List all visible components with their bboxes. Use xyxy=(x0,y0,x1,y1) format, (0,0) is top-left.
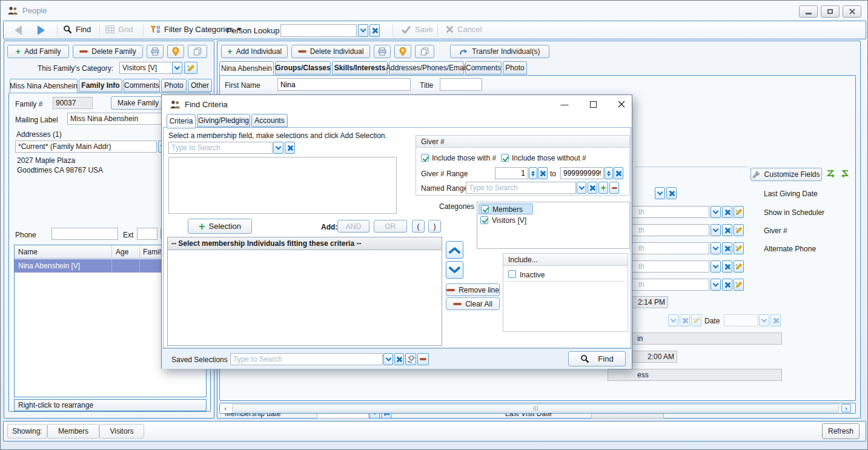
giver-to-spinner[interactable] xyxy=(605,167,613,179)
showing-members-button[interactable]: Members xyxy=(47,424,99,438)
add-selection-button[interactable]: +Selection xyxy=(188,219,252,234)
membership-field-clear-button[interactable] xyxy=(285,142,295,154)
remove-line-button[interactable]: Remove line xyxy=(446,283,500,296)
or-button[interactable]: OR xyxy=(374,220,407,233)
tab-family-photo[interactable]: Photo xyxy=(161,79,187,92)
custom-field-0-dropdown-button[interactable] xyxy=(711,206,721,218)
custom-field-1-dropdown-button[interactable] xyxy=(711,224,721,236)
date-dropdown-button[interactable] xyxy=(759,314,769,326)
inactive-checkbox[interactable] xyxy=(508,270,516,278)
address-selector[interactable]: *Current* (Family Main Addr) xyxy=(15,141,157,153)
back-button[interactable] xyxy=(15,25,22,35)
add-family-button[interactable]: +Add Family xyxy=(7,45,69,58)
delete-individual-button[interactable]: Delete Individual xyxy=(291,45,370,58)
giver-from-clear-button[interactable] xyxy=(538,167,548,179)
tab-family-name[interactable]: Miss Nina Abenshein xyxy=(10,79,78,93)
window-titlebar[interactable]: People xyxy=(1,1,868,21)
giver-to-clear-button[interactable] xyxy=(614,167,623,179)
dialog-tab-accounts[interactable]: Accounts xyxy=(251,114,288,127)
custom-field-2-edit-button[interactable]: + xyxy=(734,242,744,254)
maximize-button[interactable] xyxy=(821,5,840,18)
map-family-button[interactable] xyxy=(167,45,184,58)
dialog-tab-giving-pledging[interactable]: Giving/Pledging xyxy=(197,114,250,127)
include-with-number-checkbox[interactable] xyxy=(421,154,429,162)
custom-field-1-clear-button[interactable] xyxy=(722,224,732,236)
scroll-left-button[interactable]: ‹ xyxy=(220,404,230,412)
date-clear-button[interactable] xyxy=(770,314,781,326)
move-down-button[interactable] xyxy=(446,261,463,279)
person-lookup-clear-button[interactable] xyxy=(369,24,380,37)
saved-selections-input[interactable] xyxy=(230,353,383,365)
membership-field-search-input[interactable] xyxy=(168,142,273,154)
giver-from-spinner[interactable] xyxy=(529,167,537,179)
open-paren-button[interactable]: ( xyxy=(412,220,425,233)
print-family-button[interactable] xyxy=(147,45,164,58)
custom-field-4-edit-button[interactable]: + xyxy=(734,279,744,291)
custom-field-1-edit-button[interactable]: + xyxy=(734,224,744,236)
transfer-individuals-button[interactable]: Transfer Individual(s) xyxy=(450,45,549,58)
dialog-titlebar[interactable]: Find Criteria — xyxy=(162,95,632,113)
dialog-maximize-button[interactable] xyxy=(584,98,602,111)
tab-individual-name[interactable]: Nina Abenshein xyxy=(219,61,274,76)
phone-input[interactable] xyxy=(51,228,118,240)
dialog-close-button[interactable] xyxy=(612,98,631,111)
membership-field-dropdown-button[interactable] xyxy=(273,142,283,154)
last-giving-dropdown-button[interactable] xyxy=(655,187,665,199)
grid-col-age[interactable]: Age xyxy=(116,247,128,257)
named-range-add-button[interactable]: + xyxy=(598,182,608,194)
field-values-listbox[interactable] xyxy=(168,157,397,214)
family-category-edit-button[interactable]: + xyxy=(184,62,197,74)
category-item-visitors[interactable]: Visitors [V] xyxy=(479,215,551,226)
include-without-number-checkbox[interactable] xyxy=(501,154,509,162)
tab-addresses-phones-email[interactable]: Addresses/Phones/Email xyxy=(389,61,464,74)
named-range-clear-button[interactable] xyxy=(588,182,597,194)
saved-selections-dropdown-button[interactable] xyxy=(383,353,393,365)
categories-listbox[interactable]: Members Visitors [V] xyxy=(477,202,630,249)
last-giving-clear-button[interactable] xyxy=(666,187,677,199)
tab-individual-photo[interactable]: Photo xyxy=(503,61,527,74)
scroll-right-button[interactable]: › xyxy=(841,404,851,412)
tab-family-comments[interactable]: Comments xyxy=(124,79,160,92)
close-button[interactable] xyxy=(843,5,861,18)
disabled-dropdown-button[interactable] xyxy=(668,314,678,326)
tab-individual-comments[interactable]: Comments xyxy=(465,61,502,74)
find-button[interactable]: Find xyxy=(63,25,91,34)
criteria-list[interactable]: -- Select membership Individuals fitting… xyxy=(167,237,442,346)
custom-field-0-clear-button[interactable] xyxy=(722,206,732,218)
horizontal-scrollbar[interactable]: ‹ › xyxy=(219,403,856,414)
category-item-members[interactable]: Members xyxy=(479,203,533,214)
members-checkbox[interactable] xyxy=(481,205,489,213)
and-button[interactable]: AND xyxy=(337,220,369,233)
custom-field-3-clear-button[interactable] xyxy=(722,260,732,273)
saved-selections-delete-button[interactable] xyxy=(417,353,429,365)
first-name-input[interactable] xyxy=(277,78,411,91)
minimize-button[interactable] xyxy=(799,5,818,18)
disabled-clear-button[interactable] xyxy=(680,314,690,326)
scrollbar-thumb[interactable] xyxy=(232,404,839,412)
saved-selections-erase-button[interactable] xyxy=(405,353,416,365)
custom-field-4-dropdown-button[interactable] xyxy=(711,279,721,291)
named-range-dropdown-button[interactable] xyxy=(577,182,586,194)
named-range-remove-button[interactable] xyxy=(609,182,619,194)
custom-field-3-dropdown-button[interactable] xyxy=(711,260,721,273)
custom-field-2-clear-button[interactable] xyxy=(722,242,732,254)
tab-family-other[interactable]: Other xyxy=(188,79,212,92)
ext-input[interactable] xyxy=(137,228,157,240)
family-category-dropdown-button[interactable] xyxy=(172,62,182,74)
saved-selections-clear-button[interactable] xyxy=(394,353,404,365)
custom-field-4-clear-button[interactable] xyxy=(722,279,732,291)
save-button[interactable]: Save xyxy=(401,25,433,34)
sort-ascending-button[interactable] xyxy=(826,169,836,181)
cancel-button[interactable]: Cancel xyxy=(446,25,482,34)
person-lookup-dropdown-button[interactable] xyxy=(358,24,368,37)
date-field[interactable] xyxy=(724,314,758,326)
grid-col-name[interactable]: Name xyxy=(18,247,38,257)
title-input[interactable] xyxy=(440,78,482,91)
sort-descending-button[interactable] xyxy=(840,169,850,181)
custom-field-2-dropdown-button[interactable] xyxy=(711,242,721,254)
refresh-button[interactable]: Refresh xyxy=(822,423,860,439)
tab-skills-interests[interactable]: Skills/Interests xyxy=(332,61,388,74)
close-paren-button[interactable]: ) xyxy=(428,220,441,233)
family-category-value[interactable]: Visitors [V] xyxy=(119,62,173,74)
tab-family-info[interactable]: Family Info xyxy=(79,79,122,92)
